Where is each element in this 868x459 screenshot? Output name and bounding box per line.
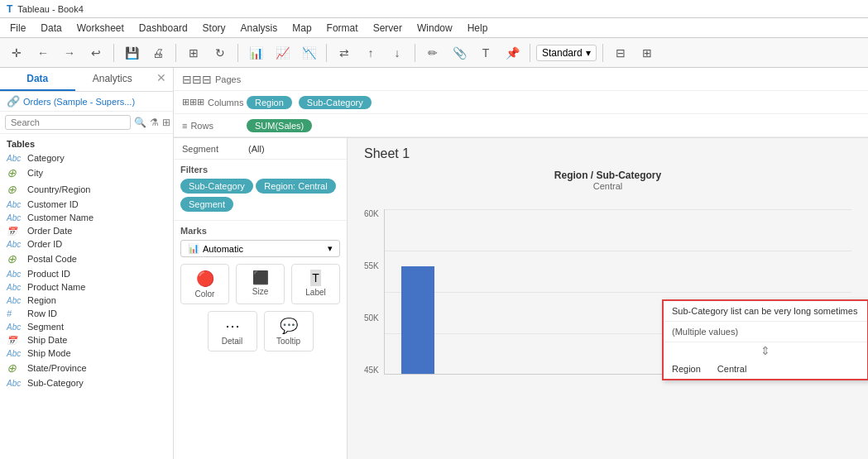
field-customer-name[interactable]: Abc Customer Name [0,211,173,224]
toolbar-sep-2 [175,44,176,62]
toolbar-view2[interactable]: ⊞ [635,41,659,65]
chart-sub-label: Central [364,181,851,191]
marks-cards: 🔴 Color ⬛ Size T Label [180,264,340,351]
field-ship-date[interactable]: 📅 Ship Date [0,333,173,347]
menu-format[interactable]: Format [320,21,365,36]
toolbar-forward[interactable]: → [58,41,81,65]
columns-pill-region[interactable]: Region [247,96,292,109]
label-label: Label [305,288,325,297]
menu-analysis[interactable]: Analysis [234,21,285,36]
detail-icon: ⋯ [225,317,240,335]
toolbar-text[interactable]: T [474,41,497,65]
marks-card-label[interactable]: T Label [291,264,340,304]
filter-segment[interactable]: Segment [180,197,233,212]
tooltip-region-row: Region Central [664,359,867,379]
marks-card-size[interactable]: ⬛ Size [236,264,285,304]
title-bar: T Tableau - Book4 [0,0,868,18]
toolbar-connect[interactable]: ⊞ [182,41,205,65]
marks-card-color[interactable]: 🔴 Color [180,264,229,304]
menu-help[interactable]: Help [461,21,495,36]
field-category[interactable]: Abc Category [0,151,173,165]
marks-type-dropdown[interactable]: 📊 Automatic ▾ [180,240,340,257]
columns-label: ⊞⊞⊞ Columns [182,97,240,108]
toolbar-annotate[interactable]: 📎 [448,41,471,65]
toolbar-chart2[interactable]: 📈 [271,41,294,65]
toolbar-undo[interactable]: ↩ [84,41,108,65]
marks-card-detail[interactable]: ⋯ Detail [208,311,257,351]
field-postal-code[interactable]: ⊕ Postal Code [0,251,173,267]
toolbar-sep-4 [326,44,327,62]
field-segment[interactable]: Abc Segment [0,320,173,333]
marks-card-tooltip[interactable]: 💬 Tooltip [264,311,314,351]
search-input[interactable] [5,115,131,130]
menu-story[interactable]: Story [196,21,233,36]
pages-row: ⊟⊟⊟ Pages [174,68,868,91]
tooltip-resize-handle[interactable]: ⇕ [664,342,867,359]
field-state[interactable]: ⊕ State/Province [0,360,173,376]
field-order-date[interactable]: 📅 Order Date [0,224,173,237]
menu-map[interactable]: Map [285,21,318,36]
field-city[interactable]: ⊕ City [0,165,173,181]
filter-region-central[interactable]: Region: Central [256,179,335,194]
field-row-id[interactable]: # Row ID [0,307,173,320]
main-area: Data Analytics ✕ 🔗 Orders (Sample - Supe… [0,68,868,459]
field-region[interactable]: Abc Region [0,294,173,307]
rows-pill-sales[interactable]: SUM(Sales) [247,119,312,132]
tooltip-popup: Sub-Category list can be very long somet… [662,299,868,380]
view-toggle-icon[interactable]: ⊞ [162,117,170,128]
toolbar-print[interactable]: 🖨 [146,41,170,65]
field-country[interactable]: ⊕ Country/Region [0,181,173,198]
toolbar-pin[interactable]: 📌 [501,41,524,65]
field-ship-mode[interactable]: Abc Ship Mode [0,347,173,360]
menu-worksheet[interactable]: Worksheet [70,21,131,36]
filter-sub-category[interactable]: Sub-Category [180,179,253,194]
columns-pill-subcategory[interactable]: Sub-Category [299,96,372,109]
menu-dashboard[interactable]: Dashboard [132,21,194,36]
segment-row: Segment (All) [174,138,347,160]
toolbar-chart3[interactable]: 📉 [297,41,320,65]
toolbar-sep-5 [415,44,415,62]
field-label: State/Province [27,363,87,373]
tooltip-region-label: Region [672,364,701,374]
toolbar-sort-desc[interactable]: ↓ [386,41,409,65]
field-customer-id[interactable]: Abc Customer ID [0,198,173,211]
field-type-icon: 📅 [7,227,23,236]
datasource-name: Orders (Sample - Supers...) [23,97,135,107]
toolbar-back[interactable]: ← [31,41,55,65]
panel-close[interactable]: ✕ [150,68,173,91]
menu-data[interactable]: Data [34,21,68,36]
marks-bar-icon: 📊 [188,243,199,254]
toolbar-highlight[interactable]: ✏ [421,41,444,65]
data-source-row[interactable]: 🔗 Orders (Sample - Supers...) [0,92,173,112]
columns-icon: ⊞⊞⊞ [182,97,204,108]
menu-window[interactable]: Window [410,21,459,36]
toolbar-swap[interactable]: ⇄ [333,41,356,65]
tab-analytics[interactable]: Analytics [75,68,151,91]
menu-server[interactable]: Server [367,21,409,36]
search-icon[interactable]: 🔍 [134,117,146,128]
field-label: Sub-Category [27,378,84,388]
field-product-id[interactable]: Abc Product ID [0,267,173,280]
tab-data[interactable]: Data [0,68,75,91]
field-label: Postal Code [27,254,77,264]
field-label: Ship Date [27,335,67,345]
field-order-id[interactable]: Abc Order ID [0,237,173,251]
field-type-icon: Abc [7,213,23,222]
rows-label: ≡ Rows [182,121,240,131]
menu-file[interactable]: File [3,21,32,36]
toolbar-save[interactable]: 💾 [120,41,143,65]
field-label: Region [27,295,56,305]
toolbar-crosshair[interactable]: ✛ [5,41,28,65]
toolbar-view1[interactable]: ⊟ [609,41,632,65]
field-type-icon: # [7,308,23,318]
field-product-name[interactable]: Abc Product Name [0,280,173,294]
pages-icon: ⊟⊟⊟ [182,73,212,86]
toolbar-sort-asc[interactable]: ↑ [359,41,382,65]
shelf-area: ⊟⊟⊟ Pages ⊞⊞⊞ Columns Region Sub-Categor… [174,68,868,138]
panel-tabs: Data Analytics ✕ [0,68,173,92]
toolbar-bar-chart[interactable]: 📊 [244,41,267,65]
filter-icon[interactable]: ⚗ [150,117,159,128]
toolbar-redo[interactable]: ↻ [209,41,232,65]
standard-dropdown[interactable]: Standard ▾ [536,45,597,61]
field-sub-category[interactable]: Abc Sub-Category [0,376,173,390]
